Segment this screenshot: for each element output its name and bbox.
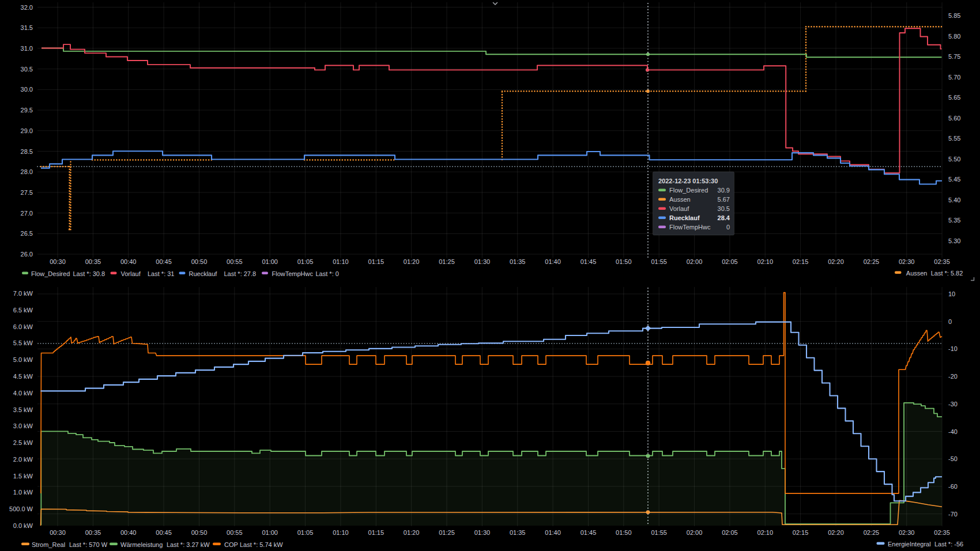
svg-text:01:50: 01:50	[616, 529, 632, 536]
svg-text:-20: -20	[948, 373, 958, 380]
svg-text:01:15: 01:15	[368, 529, 385, 536]
svg-text:5.70: 5.70	[948, 74, 960, 81]
svg-text:01:10: 01:10	[333, 258, 349, 265]
svg-text:Vorlauf: Vorlauf	[669, 205, 689, 212]
svg-text:01:40: 01:40	[545, 258, 561, 265]
svg-text:00:45: 00:45	[156, 258, 172, 265]
svg-text:5.65: 5.65	[948, 94, 960, 101]
svg-text:Last *: 5.74 kW: Last *: 5.74 kW	[240, 541, 283, 548]
svg-text:4.5 kW: 4.5 kW	[13, 373, 33, 380]
svg-text:3.5 kW: 3.5 kW	[13, 406, 33, 413]
svg-text:01:50: 01:50	[616, 258, 632, 265]
svg-text:5.85: 5.85	[948, 12, 960, 19]
svg-text:5.80: 5.80	[948, 33, 960, 40]
svg-text:01:15: 01:15	[368, 258, 385, 265]
svg-text:27.0: 27.0	[21, 210, 33, 217]
svg-text:02:25: 02:25	[864, 258, 880, 265]
svg-text:Last *: 30.8: Last *: 30.8	[73, 270, 105, 277]
svg-text:5.30: 5.30	[948, 237, 960, 244]
svg-text:01:25: 01:25	[439, 258, 455, 265]
svg-text:30.9: 30.9	[718, 187, 730, 194]
svg-text:02:35: 02:35	[934, 529, 950, 536]
svg-text:01:10: 01:10	[333, 529, 349, 536]
svg-text:01:40: 01:40	[545, 529, 561, 536]
svg-text:00:55: 00:55	[227, 529, 243, 536]
svg-text:32.0: 32.0	[21, 4, 33, 11]
svg-text:02:20: 02:20	[828, 258, 844, 265]
svg-text:Last *: 570 W: Last *: 570 W	[69, 541, 108, 548]
svg-text:Vorlauf: Vorlauf	[121, 270, 141, 277]
svg-text:01:20: 01:20	[404, 258, 420, 265]
svg-text:01:05: 01:05	[297, 258, 314, 265]
svg-text:27.5: 27.5	[21, 189, 33, 196]
svg-text:-70: -70	[948, 511, 958, 518]
svg-text:31.0: 31.0	[21, 45, 33, 52]
svg-text:Aussen: Aussen	[906, 270, 928, 277]
svg-text:-10: -10	[948, 345, 958, 352]
svg-text:00:30: 00:30	[50, 258, 66, 265]
svg-text:00:50: 00:50	[191, 529, 208, 536]
svg-text:2022-12-23 01:53:30: 2022-12-23 01:53:30	[658, 178, 718, 184]
svg-text:2.5 kW: 2.5 kW	[13, 439, 33, 446]
svg-text:6.5 kW: 6.5 kW	[13, 307, 33, 314]
svg-text:30.5: 30.5	[21, 66, 33, 73]
svg-text:5.50: 5.50	[948, 156, 960, 163]
svg-text:0.0 kW: 0.0 kW	[13, 522, 33, 529]
svg-text:00:55: 00:55	[227, 258, 243, 265]
svg-text:00:35: 00:35	[85, 529, 101, 536]
svg-text:6.0 kW: 6.0 kW	[13, 323, 33, 330]
svg-text:28.5: 28.5	[21, 148, 33, 155]
svg-text:500.0 W: 500.0 W	[9, 505, 33, 512]
svg-text:COP: COP	[224, 541, 238, 548]
svg-text:-30: -30	[948, 401, 958, 407]
svg-text:EnergieIntegral: EnergieIntegral	[888, 541, 931, 548]
svg-text:5.40: 5.40	[948, 197, 960, 203]
svg-text:02:25: 02:25	[864, 529, 880, 536]
svg-text:5.0 kW: 5.0 kW	[13, 356, 33, 363]
svg-text:01:30: 01:30	[474, 529, 491, 536]
svg-text:01:00: 01:00	[262, 258, 278, 265]
svg-text:-40: -40	[948, 428, 958, 435]
svg-text:4.0 kW: 4.0 kW	[13, 390, 33, 397]
svg-text:01:25: 01:25	[439, 529, 455, 536]
svg-text:01:45: 01:45	[581, 529, 597, 536]
svg-text:10: 10	[948, 290, 955, 297]
svg-text:Last *: 27.8: Last *: 27.8	[224, 270, 257, 277]
svg-text:0: 0	[948, 318, 952, 325]
svg-text:01:20: 01:20	[404, 529, 420, 536]
svg-text:FlowTempHwc: FlowTempHwc	[669, 224, 711, 231]
svg-text:3.0 kW: 3.0 kW	[13, 422, 33, 429]
svg-text:30.5: 30.5	[718, 205, 730, 212]
svg-text:Ruecklauf: Ruecklauf	[669, 214, 700, 221]
svg-text:00:35: 00:35	[85, 258, 101, 265]
svg-text:5.45: 5.45	[948, 176, 960, 183]
svg-text:02:20: 02:20	[828, 529, 844, 536]
svg-text:29.0: 29.0	[21, 127, 33, 134]
svg-text:Aussen: Aussen	[669, 196, 691, 203]
svg-text:02:15: 02:15	[793, 258, 809, 265]
svg-text:26.0: 26.0	[21, 251, 33, 258]
svg-text:Wärmeleistung: Wärmeleistung	[120, 541, 163, 548]
svg-text:FlowTempHwc: FlowTempHwc	[272, 270, 314, 277]
svg-text:02:10: 02:10	[757, 258, 774, 265]
svg-text:01:35: 01:35	[510, 529, 526, 536]
svg-text:02:05: 02:05	[722, 529, 738, 536]
svg-text:00:40: 00:40	[120, 529, 137, 536]
svg-text:00:50: 00:50	[191, 258, 208, 265]
svg-text:Ruecklauf: Ruecklauf	[189, 270, 218, 277]
svg-text:5.5 kW: 5.5 kW	[13, 339, 33, 346]
svg-text:02:00: 02:00	[687, 258, 703, 265]
svg-text:02:10: 02:10	[757, 529, 774, 536]
svg-text:5.60: 5.60	[948, 115, 960, 122]
svg-text:Last *: 0: Last *: 0	[316, 270, 339, 277]
svg-text:02:05: 02:05	[722, 258, 738, 265]
svg-text:01:00: 01:00	[262, 529, 278, 536]
svg-text:5.75: 5.75	[948, 53, 960, 60]
svg-text:Last *: 3.27 kW: Last *: 3.27 kW	[167, 541, 210, 548]
svg-text:26.5: 26.5	[21, 230, 33, 237]
svg-text:02:00: 02:00	[687, 529, 703, 536]
svg-text:2.0 kW: 2.0 kW	[13, 456, 33, 463]
svg-text:-60: -60	[948, 483, 958, 490]
svg-text:02:30: 02:30	[899, 529, 915, 536]
svg-text:Strom_Real: Strom_Real	[32, 541, 65, 548]
